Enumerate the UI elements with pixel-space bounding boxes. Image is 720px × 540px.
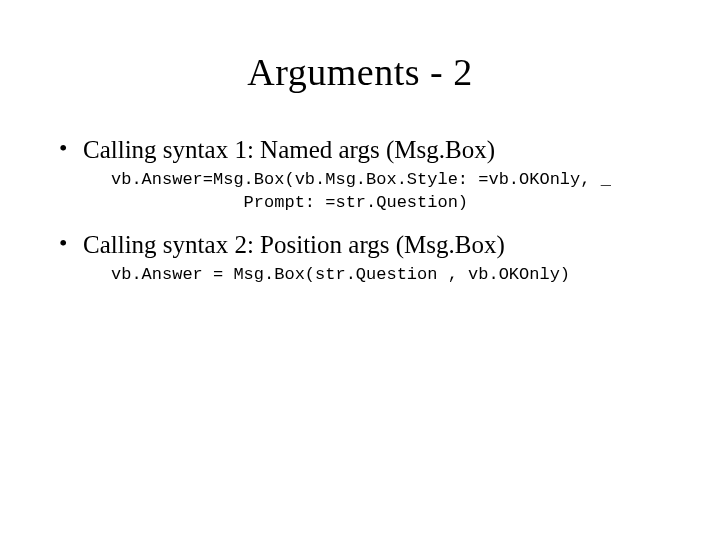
list-item: Calling syntax 1: Named args (Msg.Box) v… bbox=[55, 134, 665, 215]
bullet-list: Calling syntax 1: Named args (Msg.Box) v… bbox=[55, 134, 665, 287]
bullet-text: Calling syntax 2: Position args (Msg.Box… bbox=[83, 229, 665, 260]
code-block: vb.Answer=Msg.Box(vb.Msg.Box.Style: =vb.… bbox=[111, 169, 665, 215]
slide-title: Arguments - 2 bbox=[55, 50, 665, 94]
slide: Arguments - 2 Calling syntax 1: Named ar… bbox=[0, 0, 720, 540]
bullet-text: Calling syntax 1: Named args (Msg.Box) bbox=[83, 134, 665, 165]
code-block: vb.Answer = Msg.Box(str.Question , vb.OK… bbox=[111, 264, 665, 287]
list-item: Calling syntax 2: Position args (Msg.Box… bbox=[55, 229, 665, 287]
